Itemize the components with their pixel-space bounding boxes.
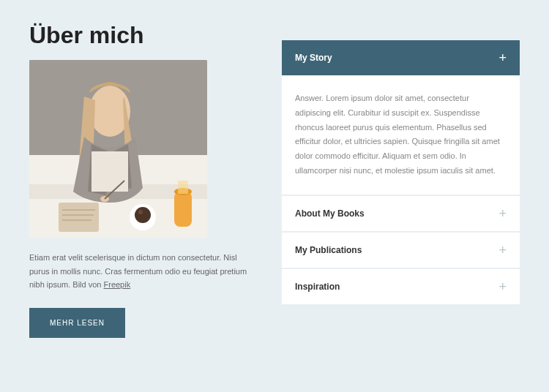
svg-rect-14 (174, 192, 192, 227)
accordion-title: About My Books (295, 208, 365, 219)
accordion-header-about-books[interactable]: About My Books + (282, 196, 520, 231)
plus-icon: + (498, 51, 507, 64)
accordion-title: My Story (295, 53, 332, 63)
accordion-title: Inspiration (295, 282, 340, 292)
accordion-item: About My Books + (282, 196, 520, 231)
page-title: Über mich (29, 22, 253, 49)
description-before: Etiam erat velit scelerisque in dictum n… (29, 253, 247, 289)
svg-rect-4 (92, 151, 128, 192)
accordion-item: My Story + Answer. Lorem ipsum dolor sit… (282, 40, 520, 195)
profile-photo (29, 60, 207, 238)
accordion-body: Answer. Lorem ipsum dolor sit amet, cons… (282, 75, 520, 195)
svg-rect-5 (59, 203, 99, 232)
left-column: Über mich (29, 22, 253, 338)
svg-point-13 (138, 210, 143, 214)
svg-point-12 (135, 207, 151, 223)
accordion-header-my-story[interactable]: My Story + (282, 40, 520, 75)
plus-icon: + (498, 280, 507, 293)
accordion-item: Inspiration + (282, 269, 520, 304)
accordion-header-inspiration[interactable]: Inspiration + (282, 269, 520, 304)
accordion-item: My Publications + (282, 233, 520, 268)
read-more-button[interactable]: MEHR LESEN (29, 308, 125, 338)
accordion-column: My Story + Answer. Lorem ipsum dolor sit… (282, 22, 520, 338)
accordion-title: My Publications (295, 245, 362, 255)
main-container: Über mich (29, 22, 520, 338)
plus-icon: + (498, 207, 507, 220)
plus-icon: + (498, 244, 507, 257)
image-source-link[interactable]: Freepik (104, 280, 131, 289)
description-text: Etiam erat velit scelerisque in dictum n… (29, 251, 253, 292)
svg-rect-16 (178, 181, 188, 194)
accordion-header-publications[interactable]: My Publications + (282, 233, 520, 268)
